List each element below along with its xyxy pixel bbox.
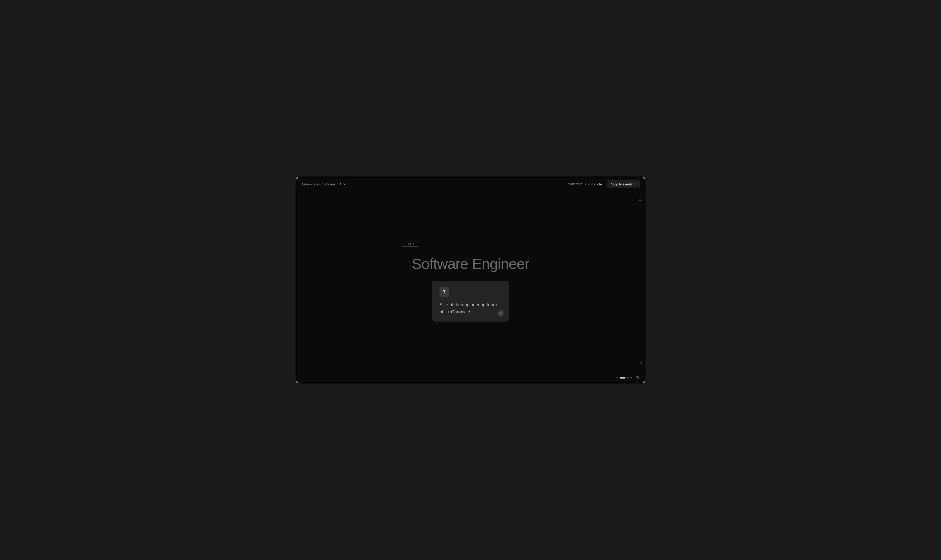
presentation-frame: @anikd.com / whoami / Made with ✦ chroni… xyxy=(296,177,645,383)
breadcrumb: @anikd.com / whoami / xyxy=(301,182,346,186)
breadcrumb-sep1: / xyxy=(321,182,323,186)
sidebar-lines xyxy=(639,199,643,202)
chronicle-name: chronicle xyxy=(588,182,602,186)
info-card: 7 Size of the engineering team at ✦ Chro… xyxy=(432,281,509,322)
card-plus-button[interactable]: + xyxy=(497,310,504,317)
breadcrumb-up[interactable] xyxy=(339,183,346,186)
chevron-down-icon xyxy=(343,183,346,186)
slide-content: REPOTE Software Engineer 7 Size of the e… xyxy=(412,242,529,322)
top-right-controls: Made with ✦ chronicle Stop Presenting xyxy=(564,180,640,188)
bottom-bar: 01 xyxy=(296,372,645,383)
slide-dot-1[interactable] xyxy=(617,377,618,378)
slide-title: Software Engineer xyxy=(412,255,529,272)
card-text: Size of the engineering team at ✦ Chroni… xyxy=(440,302,501,315)
card-number: 7 xyxy=(440,287,449,297)
up-arrow-icon xyxy=(339,183,342,186)
chronicle-card-star-icon: ✦ xyxy=(447,309,450,315)
right-sidebar: ▲ xyxy=(637,191,645,372)
sidebar-line-2 xyxy=(639,200,642,201)
breadcrumb-sep2: / xyxy=(337,182,338,186)
slide-dot-3[interactable] xyxy=(627,377,629,378)
sidebar-line-3 xyxy=(639,202,642,202)
card-company-name: Chronicle xyxy=(451,309,470,315)
slide-number: 01 xyxy=(636,375,640,379)
slide-dot-4[interactable] xyxy=(630,377,632,378)
main-content: REPOTE Software Engineer 7 Size of the e… xyxy=(296,191,645,372)
slide-dots xyxy=(617,377,632,378)
sidebar-arrow-icon: ▲ xyxy=(639,360,643,364)
chronicle-logo: ✦ chronicle xyxy=(584,182,602,186)
repote-badge: REPOTE xyxy=(401,242,419,247)
breadcrumb-page: whoami xyxy=(324,182,336,186)
sidebar-line-1 xyxy=(639,199,642,200)
breadcrumb-user: @anikd.com xyxy=(301,182,321,186)
slide-dot-2[interactable] xyxy=(620,377,626,378)
chronicle-star-icon: ✦ xyxy=(584,182,587,186)
made-with-badge: Made with ✦ chronicle xyxy=(564,180,605,188)
card-company: ✦ Chronicle xyxy=(447,309,470,315)
stop-presenting-button[interactable]: Stop Presenting xyxy=(607,180,640,188)
made-with-text: Made with xyxy=(568,182,582,186)
top-bar: @anikd.com / whoami / Made with ✦ chroni… xyxy=(296,177,645,191)
